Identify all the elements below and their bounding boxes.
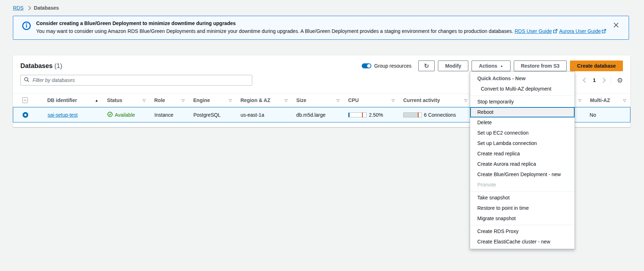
- menu-item-create-read-replica[interactable]: Create read replica: [470, 149, 575, 159]
- external-link-icon: [602, 28, 606, 35]
- search-icon: [24, 77, 29, 83]
- select-all-checkbox[interactable]: [22, 97, 28, 103]
- status-text: Available: [115, 112, 135, 118]
- page-title: Databases (1): [20, 62, 62, 70]
- column-label: DB identifier: [47, 97, 77, 103]
- filter-icon[interactable]: ▽: [337, 98, 340, 103]
- pagination-prev-icon[interactable]: [583, 78, 588, 83]
- menu-item-create-aurora-read-replica[interactable]: Create Aurora read replica: [470, 159, 575, 169]
- cell-engine: PostgreSQL: [189, 112, 236, 118]
- gear-icon: ⚙: [617, 76, 623, 84]
- pagination: 1 ⚙: [584, 76, 623, 84]
- menu-item-migrate-snapshot[interactable]: Migrate snapshot: [470, 213, 575, 224]
- modify-button[interactable]: Modify: [438, 61, 468, 71]
- column-label: Multi-AZ: [590, 97, 610, 103]
- cell-status: Available: [103, 112, 150, 118]
- cell-cpu: 2.50%: [344, 112, 399, 118]
- column-label: Status: [107, 97, 122, 103]
- banner-close-button[interactable]: [612, 21, 620, 30]
- menu-divider: [470, 191, 575, 192]
- menu-item-delete[interactable]: Delete: [470, 117, 575, 128]
- actions-dropdown-menu: Quick Actions - New Convert to Multi-AZ …: [470, 71, 575, 249]
- menu-item-stop-temporarily[interactable]: Stop temporarily: [470, 97, 575, 107]
- table-settings-button[interactable]: ⚙: [617, 77, 623, 84]
- filter-input-wrapper[interactable]: [20, 75, 252, 86]
- refresh-button[interactable]: ↻: [418, 61, 435, 71]
- filter-icon[interactable]: ▽: [229, 98, 232, 103]
- pagination-next-icon[interactable]: [601, 78, 606, 83]
- table-header-select: [13, 94, 37, 107]
- column-label: CPU: [348, 97, 359, 103]
- rds-databases-page: RDS Databases Consider creating a Blue/G…: [0, 0, 644, 271]
- menu-item-promote: Promote: [470, 180, 575, 190]
- activity-meter: [403, 112, 422, 117]
- filter-icon[interactable]: ▽: [143, 98, 146, 103]
- actions-button[interactable]: Actions ▲: [472, 61, 510, 71]
- filter-input[interactable]: [32, 77, 249, 83]
- info-banner: Consider creating a Blue/Green Deploymen…: [13, 16, 629, 40]
- table-header-size[interactable]: Size▽: [292, 94, 344, 107]
- toggle-switch-icon[interactable]: [362, 63, 371, 68]
- filter-icon[interactable]: ▽: [182, 98, 185, 103]
- table-header-multi-az[interactable]: Multi-AZ▽: [586, 94, 630, 107]
- table-header-db-identifier[interactable]: DB identifier▲: [37, 94, 103, 107]
- table-header-region-az[interactable]: Region & AZ▽: [236, 94, 292, 107]
- table-header-role[interactable]: Role▽: [150, 94, 189, 107]
- cpu-value: 2.50%: [369, 112, 383, 118]
- cell-role: Instance: [150, 112, 189, 118]
- column-label: Region & AZ: [240, 97, 270, 103]
- databases-heading: Databases: [20, 62, 53, 69]
- row-radio-selected[interactable]: [23, 112, 28, 118]
- refresh-icon: ↻: [424, 62, 429, 69]
- table-header-current-activity[interactable]: Current activity▽: [399, 94, 472, 107]
- breadcrumb-current-databases: Databases: [34, 5, 59, 11]
- banner-text: You may want to consider using Amazon RD…: [36, 28, 513, 34]
- restore-from-s3-button[interactable]: Restore from S3: [514, 61, 567, 71]
- group-resources-toggle[interactable]: Group resources: [362, 63, 411, 69]
- menu-item-setup-ec2-connection[interactable]: Set up EC2 connection: [470, 128, 575, 138]
- menu-item-restore-to-point-in-time[interactable]: Restore to point in time: [470, 203, 575, 213]
- info-icon: [22, 20, 31, 35]
- filter-icon[interactable]: ▽: [623, 98, 626, 103]
- menu-item-reboot[interactable]: Reboot: [470, 107, 575, 117]
- column-label: Role: [154, 97, 165, 103]
- external-link-icon: [553, 28, 557, 35]
- banner-body: You may want to consider using Amazon RD…: [36, 28, 607, 35]
- banner-title: Consider creating a Blue/Green Deploymen…: [36, 20, 607, 26]
- filter-icon[interactable]: ▽: [464, 98, 467, 103]
- banner-content: Consider creating a Blue/Green Deploymen…: [36, 20, 607, 35]
- db-identifier-link[interactable]: sai-setup-test: [48, 112, 78, 118]
- filter-icon[interactable]: ▽: [285, 98, 288, 103]
- actions-button-label: Actions: [479, 63, 497, 69]
- close-icon: [614, 23, 619, 29]
- filter-icon[interactable]: ▽: [579, 98, 581, 103]
- menu-divider: [470, 95, 575, 96]
- create-database-button[interactable]: Create database: [570, 61, 623, 71]
- rds-user-guide-link[interactable]: RDS User Guide: [514, 28, 552, 34]
- menu-item-create-elasticache-cluster[interactable]: Create ElastiCache cluster - new: [470, 237, 575, 247]
- resource-count: (1): [54, 62, 62, 69]
- table-header-engine[interactable]: Engine▽: [189, 94, 236, 107]
- table-header-status[interactable]: Status▽: [103, 94, 150, 107]
- menu-item-quick-actions-new[interactable]: Quick Actions - New: [470, 73, 575, 84]
- menu-item-convert-to-multi-az[interactable]: Convert to Multi-AZ deployment: [470, 84, 575, 94]
- menu-item-create-rds-proxy[interactable]: Create RDS Proxy: [470, 226, 575, 237]
- menu-item-create-blue-green-deployment[interactable]: Create Blue/Green Deployment - new: [470, 169, 575, 180]
- cpu-meter: [348, 112, 367, 117]
- cell-region-az: us-east-1a: [236, 112, 292, 118]
- cell-select: [13, 112, 38, 118]
- cell-db-identifier: sai-setup-test: [38, 112, 103, 118]
- cell-multi-az: No: [585, 112, 630, 118]
- aurora-user-guide-link[interactable]: Aurora User Guide: [559, 28, 601, 34]
- menu-item-setup-lambda-connection[interactable]: Set up Lambda connection: [470, 138, 575, 149]
- cell-current-activity: 6 Connections: [399, 112, 472, 118]
- pagination-page-number[interactable]: 1: [592, 77, 596, 83]
- column-label: Size: [296, 97, 306, 103]
- menu-item-take-snapshot[interactable]: Take snapshot: [470, 193, 575, 203]
- breadcrumb-link-rds[interactable]: RDS: [13, 5, 24, 11]
- sort-ascending-icon[interactable]: ▲: [95, 98, 98, 102]
- status-badge: Available: [107, 112, 135, 118]
- filter-icon[interactable]: ▽: [392, 98, 395, 103]
- table-header-cpu[interactable]: CPU▽: [344, 94, 399, 107]
- column-label: Engine: [193, 97, 210, 103]
